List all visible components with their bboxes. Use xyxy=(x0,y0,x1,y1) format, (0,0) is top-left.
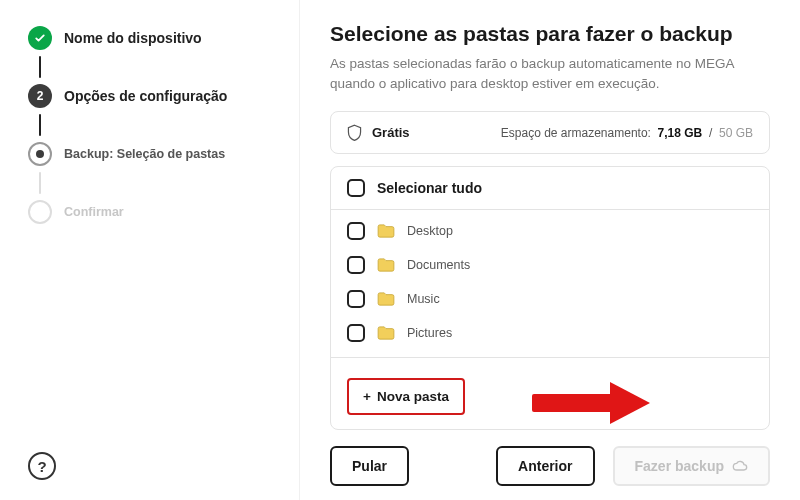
storage-total: 50 GB xyxy=(719,126,753,140)
checkbox-icon[interactable] xyxy=(347,256,365,274)
folder-row[interactable]: Desktop xyxy=(347,214,753,248)
do-backup-label: Fazer backup xyxy=(635,458,724,474)
folder-icon xyxy=(377,224,395,238)
step-label: Nome do dispositivo xyxy=(64,30,202,46)
folder-name: Pictures xyxy=(407,326,452,340)
folder-list: Desktop Documents Music Pictures xyxy=(331,210,769,358)
shield-icon xyxy=(347,124,362,141)
folder-name: Music xyxy=(407,292,440,306)
storage-info: Espaço de armazenamento: 7,18 GB / 50 GB xyxy=(501,126,753,140)
step-config-options[interactable]: 2 Opções de configuração xyxy=(28,78,279,114)
step-number-icon: 2 xyxy=(28,84,52,108)
future-step-icon xyxy=(28,200,52,224)
select-all-label: Selecionar tudo xyxy=(377,180,482,196)
step-connector xyxy=(39,56,41,78)
previous-label: Anterior xyxy=(518,458,572,474)
main-panel: Selecione as pastas para fazer o backup … xyxy=(300,0,800,500)
storage-used: 7,18 GB xyxy=(658,126,703,140)
current-step-icon xyxy=(28,142,52,166)
step-confirm: Confirmar xyxy=(28,194,279,230)
checkbox-icon[interactable] xyxy=(347,222,365,240)
folder-row[interactable]: Documents xyxy=(347,248,753,282)
skip-label: Pular xyxy=(352,458,387,474)
step-device-name[interactable]: Nome do dispositivo xyxy=(28,20,279,56)
checkbox-icon[interactable] xyxy=(347,290,365,308)
folder-name: Desktop xyxy=(407,224,453,238)
select-all-row[interactable]: Selecionar tudo xyxy=(331,167,769,210)
folder-row[interactable]: Music xyxy=(347,282,753,316)
folder-name: Documents xyxy=(407,258,470,272)
checkbox-icon[interactable] xyxy=(347,179,365,197)
storage-sep: / xyxy=(709,126,712,140)
plan-name: Grátis xyxy=(372,125,410,140)
skip-button[interactable]: Pular xyxy=(330,446,409,486)
step-label: Opções de configuração xyxy=(64,88,227,104)
setup-sidebar: Nome do dispositivo 2 Opções de configur… xyxy=(0,0,300,500)
checkbox-icon[interactable] xyxy=(347,324,365,342)
step-label: Backup: Seleção de pastas xyxy=(64,147,225,161)
check-icon xyxy=(28,26,52,50)
folder-icon xyxy=(377,326,395,340)
folder-selection-card: Selecionar tudo Desktop Documents Music xyxy=(330,166,770,430)
footer-actions: Pular Anterior Fazer backup xyxy=(330,446,770,486)
plus-icon: + xyxy=(363,389,371,404)
cloud-upload-icon xyxy=(732,460,748,472)
previous-button[interactable]: Anterior xyxy=(496,446,594,486)
step-connector xyxy=(39,172,41,194)
page-title: Selecione as pastas para fazer o backup xyxy=(330,22,770,46)
do-backup-button: Fazer backup xyxy=(613,446,770,486)
step-connector xyxy=(39,114,41,136)
step-label: Confirmar xyxy=(64,205,124,219)
page-subtitle: As pastas selecionadas farão o backup au… xyxy=(330,54,770,93)
folder-icon xyxy=(377,258,395,272)
folder-icon xyxy=(377,292,395,306)
add-folder-button[interactable]: + Nova pasta xyxy=(347,378,465,415)
add-folder-label: Nova pasta xyxy=(377,389,449,404)
help-button[interactable]: ? xyxy=(28,452,56,480)
step-backup-folder-selection[interactable]: Backup: Seleção de pastas xyxy=(28,136,279,172)
help-icon: ? xyxy=(37,458,46,475)
storage-label: Espaço de armazenamento: xyxy=(501,126,651,140)
folder-row[interactable]: Pictures xyxy=(347,316,753,350)
plan-storage-card: Grátis Espaço de armazenamento: 7,18 GB … xyxy=(330,111,770,154)
